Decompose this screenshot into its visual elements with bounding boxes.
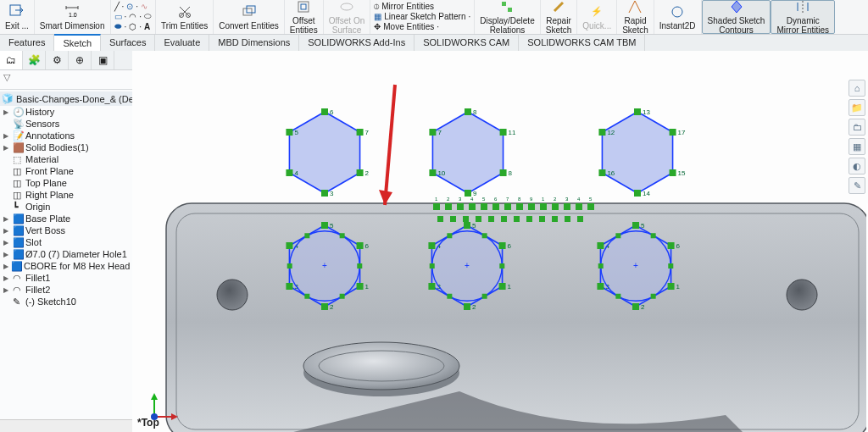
trim-entities-button[interactable]: Trim Entities [156,0,214,34]
circle-icon[interactable]: ⊙ [126,2,133,11]
svg-line-162 [385,85,395,205]
tree-scrollbar[interactable] [0,419,132,432]
tree-node[interactable]: ▶🕘History [0,106,132,118]
tree-node[interactable]: ▶🟦Vert Boss [0,224,132,236]
svg-text:11: 11 [509,129,516,136]
slot-icon[interactable]: ⬬ [114,21,122,31]
dynamic-mirror-button[interactable]: Dynamic Mirror Entities [771,0,835,34]
tab-surfaces[interactable]: Surfaces [101,35,155,52]
display-tab[interactable]: ▣ [92,51,114,69]
ellipse-icon[interactable]: ⬭ [144,11,152,21]
offset-entities-button[interactable]: Offset Entities [285,0,324,34]
svg-text:+: + [322,261,327,270]
svg-rect-74 [357,263,362,269]
svg-rect-10 [508,8,512,12]
tab-evaluate[interactable]: Evaluate [155,35,209,52]
feature-tree-tab[interactable]: 🗂 [0,51,23,69]
model-view[interactable]: 23456789107811151416121317123456+123456+… [132,51,868,432]
svg-text:5: 5 [641,222,645,230]
svg-rect-121 [651,233,656,238]
tree-node[interactable]: ▶◠Fillet1 [0,272,132,284]
poly-icon[interactable]: ⬡ [129,22,136,31]
file-explorer-tab[interactable]: 🗀 [849,119,865,136]
rect-icon[interactable]: ▭ [114,12,122,21]
spline-icon[interactable]: ∿ [141,2,147,11]
tab-features[interactable]: Features [0,35,54,52]
tree-node[interactable]: ◫Right Plane [0,189,132,201]
resources-tab[interactable]: ⌂ [849,80,865,97]
svg-rect-13 [166,203,868,432]
dim-tab[interactable]: ⊕ [69,51,92,69]
feature-tree[interactable]: 🧊 Basic-Changes-Done_& (Default<<D ▶🕘His… [0,90,132,419]
exit-sketch-button[interactable]: Exit ... [0,0,35,34]
linear-pattern-icon[interactable]: ▦ [374,12,381,21]
custom-props-tab[interactable]: ✎ [849,177,865,194]
repair-sketch-button[interactable]: Repair Sketch [541,0,578,34]
tree-node[interactable]: ◫Front Plane [0,165,132,177]
smart-dimension-button[interactable]: 1.0 Smart Dimension [35,0,111,34]
svg-rect-9 [502,2,506,6]
svg-text:+: + [633,261,638,270]
manager-tabs: 🗂 🧩 ⚙ ⊕ ▣ [0,51,132,70]
mirror-icon[interactable]: ⦶ [374,1,379,11]
svg-rect-97 [447,294,452,299]
config-tab[interactable]: ⚙ [46,51,69,69]
svg-text:3: 3 [565,197,569,202]
svg-rect-49 [634,190,641,197]
svg-point-18 [217,280,248,310]
svg-point-19 [787,280,817,310]
rapid-sketch-button[interactable]: Rapid Sketch [617,0,654,34]
move-icon[interactable]: ✥ [374,22,381,31]
arc-icon[interactable]: ◠ [129,12,136,21]
svg-text:1: 1 [542,197,545,202]
appearances-tab[interactable]: ◐ [849,158,865,174]
tree-node[interactable]: ▶🟦CBORE for M8 Hex Head Bolt1 [0,260,132,272]
tab-sketch[interactable]: Sketch [54,34,101,52]
svg-rect-150 [437,216,443,222]
tree-node[interactable]: ▶◠Fillet2 [0,284,132,296]
tab-cam-tbm[interactable]: SOLIDWORKS CAM TBM [519,35,645,52]
svg-text:6: 6 [508,242,512,250]
design-lib-tab[interactable]: 📁 [849,99,865,116]
tree-root[interactable]: 🧊 Basic-Changes-Done_& (Default<<D [0,91,132,106]
svg-rect-29 [321,108,328,115]
text-icon[interactable]: A [144,22,150,31]
graphics-area[interactable]: 23456789107811151416121317123456+123456+… [132,51,868,432]
display-delete-relations-button[interactable]: Display/Delete Relations [475,0,540,34]
svg-text:9: 9 [473,190,477,197]
svg-rect-38 [429,169,436,176]
tree-node[interactable]: ▶📝Annotations [0,130,132,141]
convert-entities-button[interactable]: Convert Entities [214,0,285,34]
tree-node[interactable]: 📡Sensors [0,118,132,130]
tree-node[interactable]: ✎(-) Sketch10 [0,296,132,307]
tree-node[interactable]: ◫Top Plane [0,177,132,189]
svg-text:8: 8 [473,108,477,116]
tree-node[interactable]: ▶🟦Slot [0,236,132,248]
line-icon[interactable]: ╱ [114,2,120,11]
svg-text:15: 15 [678,169,686,177]
tree-node[interactable]: ⬚Material [0,153,132,165]
svg-rect-83 [464,303,470,310]
svg-rect-25 [286,169,292,176]
tab-cam[interactable]: SOLIDWORKS CAM [415,35,519,52]
property-tab[interactable]: 🧩 [23,51,46,69]
svg-rect-158 [539,216,545,222]
svg-rect-87 [428,242,435,249]
svg-marker-20 [289,112,359,193]
svg-text:6: 6 [330,108,334,116]
svg-text:8: 8 [518,197,521,202]
tree-node[interactable]: ┗Origin [0,201,132,213]
tree-node[interactable]: ▶🟦Base Plate [0,213,132,224]
view-label: *Top [137,417,159,429]
svg-rect-134 [504,203,511,210]
tree-node[interactable]: ▶🟫Solid Bodies(1) [0,141,132,153]
svg-text:1: 1 [676,283,681,291]
svg-rect-118 [615,294,620,299]
instant2d-button[interactable]: Instant2D [654,0,702,34]
shaded-sketch-button[interactable]: Shaded Sketch Contours [702,0,771,34]
view-palette-tab[interactable]: ▦ [849,138,865,155]
tab-mbd[interactable]: MBD Dimensions [209,35,299,52]
annotation-arrow [379,85,395,205]
tree-node[interactable]: ▶🟦Ø7.0 (7) Diameter Hole1 [0,248,132,260]
tab-addins[interactable]: SOLIDWORKS Add-Ins [299,35,415,52]
